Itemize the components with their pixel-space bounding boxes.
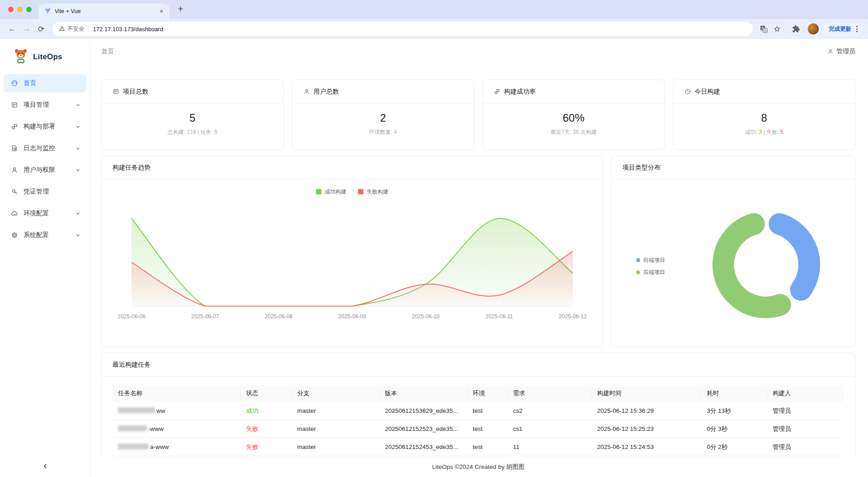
tab-close-icon[interactable]: × [157,7,165,15]
address-bar[interactable]: 不安全 172.17.103.173/dashboard [52,22,753,36]
recent-builds-card: 最近构建任务 任务名称状态分支版本环境需求构建时间耗时构建人 ww 成功 mas… [101,353,855,456]
status-badge: 失败 [246,444,258,450]
chevron-down-icon [75,146,80,151]
sidebar-item-build-deploy[interactable]: 构建与部署 [4,118,86,136]
table-header-0: 任务名称 [113,385,241,402]
vite-favicon-icon [44,7,51,16]
stat-title: 构建成功率 [504,88,536,96]
svg-text:2025-06-06: 2025-06-06 [118,313,146,320]
sidebar-item-label: 环境配置 [24,209,70,217]
minimize-window-button[interactable] [17,7,23,12]
browser-tabstrip: Vite + Vue × + [0,0,868,19]
update-chrome-button[interactable]: 完成更新 [823,22,863,36]
star-icon[interactable] [771,23,783,35]
sidebar: LiteOps 首页项目管理构建与部署日志与监控用户与权限凭证管理环境配置系统配… [0,39,90,477]
card-title: 最近构建任务 [113,361,151,369]
stat-card-0: 项目总数 5 总构建: 219 | 任务: 5 [101,80,284,150]
table-header-8: 构建人 [767,385,844,402]
breadcrumb[interactable]: 首页 [101,47,114,56]
liteops-app: LiteOps 首页项目管理构建与部署日志与监控用户与权限凭证管理环境配置系统配… [0,39,868,477]
forward-arrow-icon[interactable]: → [20,22,33,36]
sidebar-item-label: 用户与权限 [24,166,70,174]
file-search-icon [11,145,18,152]
req-cell: 11 [508,438,592,456]
table-header-3: 版本 [380,385,467,402]
project-type-card: 项目类型分布 前端项目后端项目 [611,156,855,347]
project-icon [11,101,18,109]
back-arrow-icon[interactable]: ← [5,22,19,36]
tab-title: Vite + Vue [55,8,154,14]
sidebar-menu: 首页项目管理构建与部署日志与监控用户与权限凭证管理环境配置系统配置 [0,74,90,455]
table-header-7: 耗时 [701,385,767,402]
kebab-menu-icon[interactable] [854,26,859,32]
user-icon [827,48,834,55]
brand-text: LiteOps [33,52,62,61]
sidebar-item-label: 构建与部署 [24,123,70,131]
extensions-icon[interactable] [790,23,802,35]
redacted-text [118,444,149,449]
version-cell: 20250612152453_ede35... [380,438,467,456]
chevron-down-icon [75,211,80,216]
close-window-button[interactable] [8,7,14,12]
clock-icon [684,88,691,95]
legend-item-0[interactable]: 成功构建 [316,188,346,196]
donut-chart [698,196,835,333]
sidebar-item-label: 日志与监控 [24,144,70,152]
site-security-badge[interactable]: 不安全 [59,25,85,33]
svg-text:2025-06-12: 2025-06-12 [559,313,587,320]
avatar[interactable] [807,23,819,35]
env-cell: test [467,420,508,438]
stat-card-3: 今日构建 8 成功: 3 | 失败: 5 [673,80,856,150]
branch-cell: master [292,420,379,438]
project-icon [113,88,119,95]
url-text: 172.17.103.173/dashboard [93,26,163,33]
browser-tab[interactable]: Vite + Vue × [39,4,169,19]
stat-title: 用户总数 [314,88,339,96]
card-title: 项目类型分布 [623,164,660,172]
svg-text:A: A [764,28,766,33]
sidebar-item-sys-config[interactable]: 系统配置 [4,226,86,244]
svg-text:2025-06-09: 2025-06-09 [338,313,366,320]
sidebar-item-users-perms[interactable]: 用户与权限 [4,161,86,179]
req-cell: cs1 [508,420,592,438]
sidebar-item-home[interactable]: 首页 [4,74,86,92]
svg-text:2025-06-10: 2025-06-10 [412,313,440,320]
duration-cell: 0分 2秒 [701,438,767,456]
build-time-cell: 2025-06-12 15:25:23 [592,420,702,438]
translate-icon[interactable]: 文A [757,23,770,35]
stat-subtext: 环境数量: 4 [292,128,474,136]
table-header-4: 环境 [467,385,508,402]
new-tab-button[interactable]: + [175,4,186,15]
sidebar-item-credentials[interactable]: 凭证管理 [4,183,86,201]
charts-row: 构建任务趋势 成功构建失败构建 2025-06-062025-06-072025… [101,156,855,347]
chevron-down-icon [75,233,80,238]
sidebar-item-projects[interactable]: 项目管理 [4,96,86,114]
legend-item-1[interactable]: 失败构建 [358,188,388,196]
sidebar-item-logs-monitor[interactable]: 日志与监控 [4,139,86,157]
build-icon [11,123,18,130]
zoom-window-button[interactable] [26,7,32,12]
stat-cards: 项目总数 5 总构建: 219 | 任务: 5 用户总数 2 环境数量: 4 构… [101,80,855,150]
status-cell: 成功 [241,402,292,420]
stat-title: 项目总数 [123,88,148,96]
builder-cell: 管理员 [767,438,844,456]
browser-window: Vite + Vue × + ← → ⟳ 不安全 172.17.103.173/… [0,0,868,477]
builder-cell: 管理员 [767,402,844,420]
donut-legend-item-0[interactable]: 前端项目 [636,256,665,264]
donut-legend-item-1[interactable]: 后端项目 [636,269,665,276]
chevron-down-icon [75,168,80,173]
user-icon [11,166,18,174]
sidebar-collapse-button[interactable] [0,455,90,477]
branch-cell: master [292,402,379,420]
sidebar-item-env-config[interactable]: 环境配置 [4,204,86,222]
stat-card-2: 构建成功率 60% 最近7天: 35 次构建 [482,80,665,150]
chevron-down-icon [75,124,80,129]
table-header-6: 构建时间 [592,385,702,402]
build-icon [494,88,500,95]
stat-subtext: 最近7天: 35 次构建 [483,128,665,136]
reload-icon[interactable]: ⟳ [34,22,48,36]
line-chart-legend: 成功构建失败构建 [102,187,603,196]
card-title: 构建任务趋势 [113,164,151,172]
user-menu[interactable]: 管理员 [827,47,855,56]
sidebar-item-label: 凭证管理 [24,188,80,196]
